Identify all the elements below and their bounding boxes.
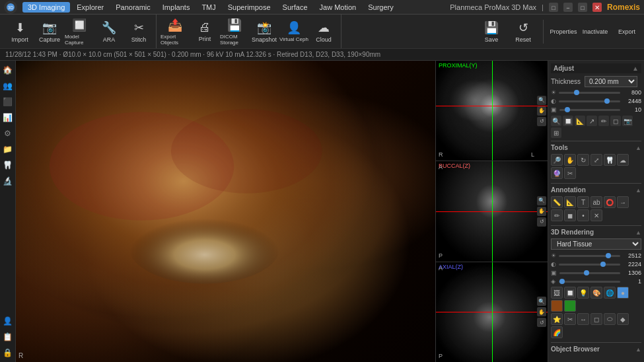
rendering-preset-select[interactable]: Hard Tissue Soft Tissue Bone Full	[551, 238, 641, 250]
cloud-button[interactable]: ☁ Cloud	[309, 17, 338, 46]
ct-view-axial[interactable]: AXIAL(Z) A P 🔍 ✋ ↺	[436, 262, 548, 362]
save-button[interactable]: 💾 Save	[477, 17, 506, 46]
annot-abc[interactable]: ab	[590, 196, 602, 208]
axial-pan-icon[interactable]: ✋	[537, 307, 546, 316]
sidebar-settings[interactable]: ⚙	[1, 127, 15, 140]
sidebar-bottom-1[interactable]: 👤	[1, 314, 15, 328]
render-tool-oval[interactable]: ⬭	[604, 313, 616, 325]
proximal-zoom-icon[interactable]: 🔍	[537, 96, 546, 105]
annot-pen[interactable]: ✏	[551, 209, 563, 221]
annot-erase[interactable]: ◼	[564, 209, 576, 221]
menu-surface[interactable]: Surface	[277, 2, 313, 13]
render-tool-diamond[interactable]: ◆	[617, 313, 629, 325]
proximal-reset-icon[interactable]: ↺	[537, 117, 546, 126]
render-tool-rect[interactable]: ◻	[590, 313, 602, 325]
render-tool-color1[interactable]	[551, 300, 563, 312]
inactivate-button[interactable]: Inactivate	[581, 17, 610, 46]
export-button[interactable]: Export	[612, 17, 641, 46]
menu-tmj[interactable]: TMJ	[196, 2, 221, 13]
axial-zoom-icon[interactable]: 🔍	[537, 297, 546, 306]
render-slider-1[interactable]	[559, 255, 620, 257]
render-tool-globe[interactable]: 🌐	[604, 287, 616, 299]
tool-eraser[interactable]: ◻	[610, 116, 621, 126]
tool-pointer[interactable]: ↗	[587, 116, 597, 126]
render-tool-colors[interactable]: 🌈	[551, 326, 563, 338]
sidebar-folder[interactable]: 📁	[1, 143, 15, 156]
menu-superimpose[interactable]: Superimpose	[223, 2, 276, 13]
tool-measure[interactable]: 📐	[575, 116, 585, 126]
axial-reset-icon[interactable]: ↺	[537, 318, 546, 327]
menu-implants[interactable]: Implants	[157, 2, 196, 13]
annot-line[interactable]: 📏	[551, 196, 563, 208]
menu-panoramic[interactable]: Panoramic	[110, 2, 156, 13]
tool-camera[interactable]: 📷	[622, 116, 633, 126]
export-objects-button[interactable]: 📤 Export Objects	[161, 17, 190, 46]
sidebar-model[interactable]: 🔬	[1, 174, 15, 188]
capture-button[interactable]: 📷 Capture	[35, 17, 64, 46]
sidebar-patients[interactable]: 👥	[1, 79, 15, 92]
render-tool-palette[interactable]: 🎨	[590, 287, 602, 299]
maximize-icon[interactable]: □	[578, 3, 587, 12]
annot-point[interactable]: •	[577, 209, 589, 221]
buccal-zoom-icon[interactable]: 🔍	[537, 196, 546, 205]
proximal-pan-icon[interactable]: ✋	[537, 106, 546, 116]
ct-view-proximal[interactable]: PROXIMAL(Y) R L 🔍 ✋ ↺	[436, 61, 548, 161]
render-tool-box[interactable]: 🔲	[564, 287, 576, 299]
virtual-ceph-button[interactable]: 👤 Virtual Ceph	[279, 17, 308, 46]
render-tool-flip[interactable]: ↔	[577, 313, 589, 325]
menu-surgery[interactable]: Surgery	[363, 2, 399, 13]
dicom-storage-button[interactable]: 💾 DICOM Storage	[220, 17, 249, 46]
reset-button[interactable]: ↺ Reset	[509, 17, 538, 46]
stitch-button[interactable]: ✂ Stitch	[124, 17, 153, 46]
menu-3d-imaging[interactable]: 3D Imaging	[22, 2, 70, 13]
render-tool-light[interactable]: 💡	[577, 287, 589, 299]
annot-circle[interactable]: ⭕	[604, 196, 616, 208]
snapshot-button[interactable]: 📸 Snapshot	[250, 17, 279, 46]
buccal-pan-icon[interactable]: ✋	[537, 207, 546, 216]
contrast-slider[interactable]	[559, 100, 620, 102]
annot-text[interactable]: T	[577, 196, 589, 208]
tool-magnify[interactable]: 🔍	[551, 116, 561, 126]
render-tool-cut[interactable]: ✂	[564, 313, 576, 325]
annot-angle[interactable]: 📐	[564, 196, 576, 208]
tool-crop[interactable]: 🔲	[563, 116, 573, 126]
thickness-select[interactable]: 0.200 mm 0.100 mm 0.500 mm 1.000 mm	[585, 76, 637, 87]
sidebar-3d[interactable]: ⬛	[1, 95, 15, 108]
annot-arrow[interactable]: →	[617, 196, 629, 208]
tool-3d[interactable]: 🔮	[551, 167, 563, 179]
close-icon[interactable]: ✕	[592, 3, 602, 12]
model-capture-button[interactable]: 🔲 Model Capture	[65, 17, 94, 46]
tool-rotate[interactable]: ↻	[577, 154, 589, 166]
print-button[interactable]: 🖨 Print	[190, 17, 219, 46]
viewport-3d[interactable]: R	[16, 61, 436, 362]
render-tool-image[interactable]: 🖼	[551, 287, 563, 299]
render-tool-star[interactable]: ⭐	[551, 313, 563, 325]
tool-scale[interactable]: ⤢	[590, 154, 602, 166]
render-tool-color2[interactable]	[564, 300, 576, 312]
sidebar-bottom-3[interactable]: 🔒	[1, 346, 15, 359]
sidebar-tooth[interactable]: 🦷	[1, 159, 15, 172]
tool-clip[interactable]: ✂	[564, 167, 576, 179]
render-slider-2[interactable]	[559, 264, 620, 266]
tool-grid[interactable]: ⊞	[551, 127, 561, 138]
minimize-icon[interactable]: −	[563, 3, 573, 12]
menu-explorer[interactable]: Explorer	[71, 2, 109, 13]
tool-teeth[interactable]: 🦷	[604, 154, 616, 166]
annot-delete[interactable]: ✕	[590, 209, 602, 221]
tool-pan[interactable]: ✋	[564, 154, 576, 166]
render-slider-4[interactable]	[559, 281, 620, 283]
menu-jaw-motion[interactable]: Jaw Motion	[314, 2, 362, 13]
render-tool-dot[interactable]: ●	[617, 287, 629, 299]
gamma-slider[interactable]	[559, 109, 620, 111]
render-slider-3[interactable]	[559, 272, 620, 274]
properties-button[interactable]: Properties	[549, 17, 578, 46]
sidebar-panoramic[interactable]: 📊	[1, 111, 15, 124]
import-button[interactable]: ⬇ Import	[5, 17, 34, 46]
tool-zoom[interactable]: 🔎	[551, 154, 563, 166]
tool-pencil[interactable]: ✏	[598, 116, 609, 126]
tool-cloud[interactable]: ☁	[617, 154, 629, 166]
sidebar-home[interactable]: 🏠	[1, 63, 15, 77]
ara-button[interactable]: 🔧 ARA	[94, 17, 124, 46]
brightness-slider[interactable]	[559, 92, 620, 94]
ct-view-buccal[interactable]: BUCCAL(Z) A P 🔍 ✋ ↺	[436, 161, 548, 262]
